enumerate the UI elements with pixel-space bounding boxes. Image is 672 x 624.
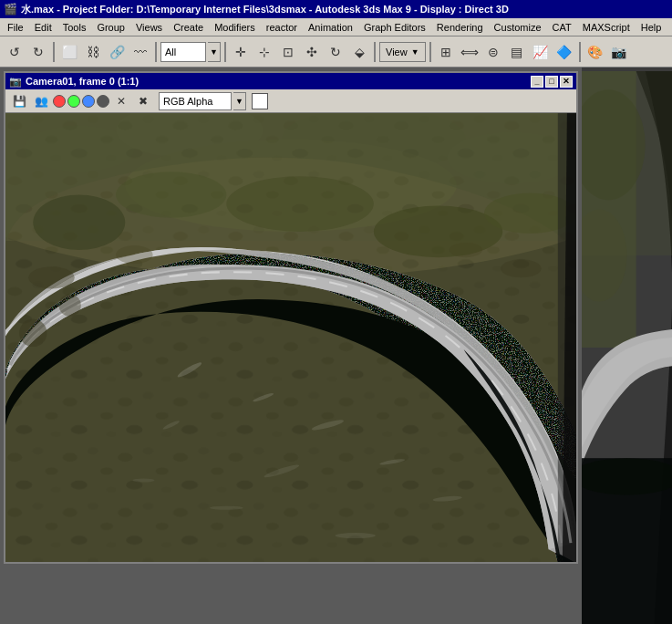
svg-point-30 [28,266,74,288]
title-text: 水.max - Project Folder: D:\Temporary Int… [21,3,509,16]
channel-dropdown-arrow[interactable]: ▼ [233,92,246,110]
svg-rect-43 [582,71,672,255]
view-dropdown-arrow: ▼ [411,47,419,57]
menu-views[interactable]: Views [130,20,168,35]
scene-svg [5,113,576,562]
svg-point-42 [582,458,672,494]
redo-button[interactable]: ↻ [27,41,49,63]
bind-to-spacewarp-button[interactable]: 〰 [129,41,151,63]
align-button[interactable]: ⊜ [482,41,504,63]
mirror-button[interactable]: ⟺ [459,41,481,63]
svg-point-21 [132,478,154,482]
camera-title: Camera01, frame 0 (1:1) [26,76,139,87]
menu-bar: File Edit Tools Group Views Create Modif… [0,18,672,36]
unlink-button[interactable]: 🔗 [106,41,128,63]
mono-channel-button[interactable] [97,95,109,108]
separator-4 [374,42,376,62]
green-channel-button[interactable] [67,95,80,108]
blue-channel-button[interactable] [82,95,95,108]
svg-point-26 [116,172,226,217]
rotate-button[interactable]: ↻ [325,41,346,63]
cam-x-button[interactable]: ✕ [111,92,131,110]
svg-point-35 [19,319,47,347]
svg-point-25 [33,195,125,251]
color-preview[interactable] [252,93,268,109]
view-dropdown[interactable]: View ▼ [379,42,426,62]
menu-modifiers[interactable]: Modifiers [209,20,261,35]
select-button[interactable]: ✛ [230,41,252,63]
window-crossing-button[interactable]: ⊡ [277,41,299,63]
menu-edit[interactable]: Edit [29,20,57,35]
viewport-canvas [5,113,576,562]
schematic-button[interactable]: 🔷 [553,41,575,63]
svg-point-28 [374,206,502,258]
svg-point-32 [501,259,541,277]
maximize-button[interactable]: □ [545,76,558,88]
menu-animation[interactable]: Animation [303,20,358,35]
separator-1 [53,42,55,62]
svg-point-27 [226,176,374,232]
separator-5 [429,42,431,62]
separator-6 [579,42,581,62]
curve-editor-button[interactable]: 📈 [530,41,552,63]
menu-file[interactable]: File [2,20,29,35]
render-setup-button[interactable]: 📷 [608,41,630,63]
svg-point-23 [210,506,243,510]
right-panel [582,68,672,624]
menu-tools[interactable]: Tools [57,20,92,35]
menu-graph-editors[interactable]: Graph Editors [358,20,431,35]
main-area: 📷 Camera01, frame 0 (1:1) _ □ ✕ 💾 👥 ✕ [0,68,672,624]
cam-people-button[interactable]: 👥 [31,92,51,110]
channel-dropdown[interactable]: RGB Alpha [159,92,232,110]
separator-2 [155,42,157,62]
menu-customize[interactable]: Customize [489,20,547,35]
left-panel: 📷 Camera01, frame 0 (1:1) _ □ ✕ 💾 👥 ✕ [0,68,582,624]
selection-filter-dropdown[interactable]: All [160,42,206,62]
undo-button[interactable]: ↺ [4,41,26,63]
menu-reactor[interactable]: reactor [261,20,303,35]
layer-manager-button[interactable]: ▤ [506,41,528,63]
svg-point-24 [335,533,375,538]
cam-save-button[interactable]: 💾 [9,92,29,110]
menu-create[interactable]: Create [168,20,209,35]
selection-filter-arrow[interactable]: ▼ [208,42,221,62]
svg-point-33 [450,243,482,257]
select-object-button[interactable]: ⬜ [58,41,80,63]
menu-group[interactable]: Group [91,20,130,35]
close-button[interactable]: ✕ [560,76,573,88]
move-button[interactable]: ✣ [301,41,323,63]
select-region-button[interactable]: ⊹ [253,41,275,63]
menu-help[interactable]: Help [636,20,667,35]
cam-close-button[interactable]: ✖ [133,92,153,110]
window-controls: _ □ ✕ [531,76,573,88]
camera-icon: 📷 [9,76,22,88]
right-dark-area [582,71,672,624]
scale-button[interactable]: ⬙ [348,41,370,63]
camera-window: 📷 Camera01, frame 0 (1:1) _ □ ✕ 💾 👥 ✕ [4,71,578,564]
title-icon: 🎬 [4,3,17,16]
menu-rendering[interactable]: Rendering [431,20,489,35]
svg-point-31 [116,245,152,264]
minimize-button[interactable]: _ [531,76,543,88]
title-bar: 🎬 水.max - Project Folder: D:\Temporary I… [0,0,672,18]
red-channel-button[interactable] [53,95,66,108]
toolbar: ↺ ↻ ⬜ ⛓ 🔗 〰 All ▼ ✛ ⊹ ⊡ ✣ ↻ ⬙ View ▼ ⊞ ⟺… [0,36,672,68]
menu-maxscript[interactable]: MAXScript [577,20,636,35]
select-link-button[interactable]: ⛓ [82,41,104,63]
separator-3 [224,42,226,62]
camera-titlebar: 📷 Camera01, frame 0 (1:1) _ □ ✕ [5,73,576,89]
camera-toolbar: 💾 👥 ✕ ✖ RGB Alpha ▼ [5,89,576,113]
material-editor-button[interactable]: 🎨 [584,41,606,63]
svg-point-36 [59,295,81,317]
named-selection-sets[interactable]: ⊞ [435,41,457,63]
menu-cat[interactable]: CAT [547,20,577,35]
right-viewport-curve [582,71,672,624]
